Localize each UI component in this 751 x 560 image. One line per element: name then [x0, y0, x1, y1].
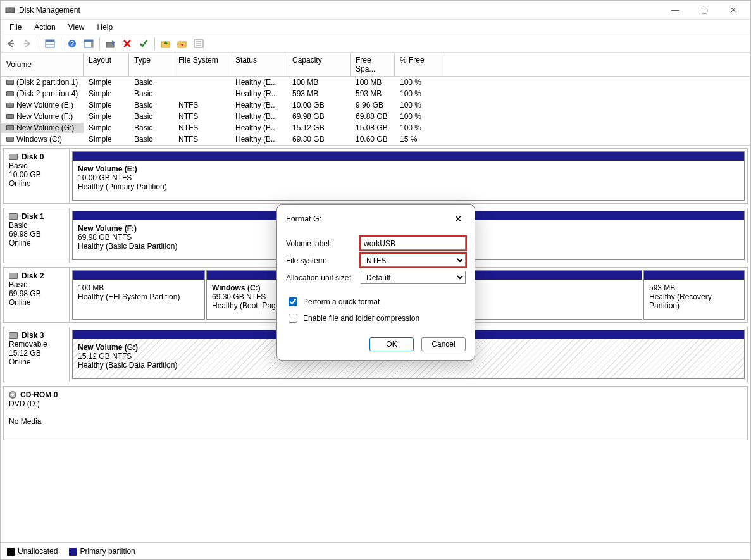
volume-list: Volume Layout Type File System Status Ca… [1, 53, 750, 146]
hard-disk-icon [9, 273, 18, 279]
disk-2-partition-0[interactable]: 100 MBHealthy (EFI System Partition) [72, 270, 205, 320]
volume-label-label: Volume label: [286, 239, 361, 248]
toolbar-folder-up-icon[interactable] [159, 37, 173, 51]
titlebar: Disk Management — ▢ ✕ [1, 1, 750, 20]
toolbar: ? [1, 35, 750, 53]
svg-rect-2 [7, 11, 13, 11]
volume-icon [6, 80, 14, 85]
disk-3-label: Disk 3 Removable 15.12 GB Online [4, 327, 70, 382]
svg-rect-11 [84, 40, 93, 42]
allocation-size-label: Allocation unit size: [286, 273, 361, 282]
volume-icon [6, 137, 14, 142]
legend-primary: Primary partition [69, 547, 135, 556]
legend-unallocated: Unallocated [7, 547, 58, 556]
col-type[interactable]: Type [129, 53, 173, 76]
menu-view[interactable]: View [63, 22, 90, 33]
disk-2-label: Disk 2 Basic 69.98 GB Online [4, 268, 70, 322]
volume-label-input[interactable] [361, 237, 466, 250]
svg-rect-6 [46, 40, 54, 42]
back-button[interactable] [4, 37, 18, 51]
cancel-button[interactable]: Cancel [421, 337, 466, 351]
col-capacity[interactable]: Capacity [287, 53, 351, 76]
cdrom-icon [9, 391, 16, 399]
col-free[interactable]: Free Spa... [351, 53, 395, 76]
toolbar-check-icon[interactable] [137, 37, 151, 51]
minimize-button[interactable]: — [661, 1, 690, 20]
svg-rect-1 [7, 9, 13, 9]
toolbar-properties-icon[interactable] [192, 37, 206, 51]
dialog-title: Format G: [286, 215, 321, 223]
ok-button[interactable]: OK [369, 337, 414, 351]
toolbar-views-icon[interactable] [43, 37, 57, 51]
cdrom-label: CD-ROM 0 DVD (D:) No Media [4, 387, 747, 440]
hard-disk-icon [9, 332, 18, 339]
volume-icon [6, 103, 14, 108]
disk-2-partition-2[interactable]: 593 MBHealthy (Recovery Partition) [643, 270, 745, 320]
close-window-button[interactable]: ✕ [719, 1, 748, 20]
svg-rect-0 [6, 8, 15, 13]
col-percent-free[interactable]: % Free [395, 53, 445, 76]
disk-1-label: Disk 1 Basic 69.98 GB Online [4, 208, 70, 263]
toolbar-panel-icon[interactable] [82, 37, 96, 51]
col-status[interactable]: Status [230, 53, 287, 76]
compression-label: Enable file and folder compression [303, 314, 419, 323]
hard-disk-icon [9, 213, 18, 220]
volume-row[interactable]: (Disk 2 partition 1)SimpleBasicHealthy (… [1, 77, 750, 88]
col-volume[interactable]: Volume [1, 53, 84, 76]
file-system-label: File system: [286, 256, 361, 265]
allocation-size-select[interactable]: Default [361, 271, 466, 284]
toolbar-action-icon[interactable] [104, 37, 118, 51]
quick-format-label: Perform a quick format [303, 297, 380, 306]
quick-format-checkbox[interactable] [289, 297, 297, 306]
format-dialog: Format G: ✕ Volume label: File system: N… [276, 204, 475, 361]
forward-button[interactable] [21, 37, 35, 51]
volume-icon [6, 91, 14, 96]
delete-icon[interactable] [120, 37, 134, 51]
svg-rect-3 [8, 43, 14, 44]
maximize-button[interactable]: ▢ [690, 1, 719, 20]
hard-disk-icon [9, 154, 18, 160]
volume-row[interactable]: New Volume (F:)SimpleBasicNTFSHealthy (B… [1, 111, 750, 122]
menu-help[interactable]: Help [92, 22, 118, 33]
app-title: Disk Management [19, 6, 80, 15]
toolbar-folder-down-icon[interactable] [175, 37, 189, 51]
volume-row[interactable]: Windows (C:)SimpleBasicNTFSHealthy (B...… [1, 134, 750, 145]
volume-row[interactable]: New Volume (G:)SimpleBasicNTFSHealthy (B… [1, 122, 750, 134]
disk-0-label: Disk 0 Basic 10.00 GB Online [4, 149, 70, 203]
legend: Unallocated Primary partition [1, 542, 750, 559]
svg-text:?: ? [70, 40, 74, 47]
menu-action[interactable]: Action [29, 22, 60, 33]
volume-row[interactable]: New Volume (E:)SimpleBasicNTFSHealthy (B… [1, 99, 750, 111]
menu-file[interactable]: File [4, 22, 27, 33]
col-layout[interactable]: Layout [84, 53, 129, 76]
app-icon [5, 5, 15, 15]
disk-0-partition-0[interactable]: New Volume (E:)10.00 GB NTFSHealthy (Pri… [72, 151, 745, 201]
volume-row[interactable]: (Disk 2 partition 4)SimpleBasicHealthy (… [1, 88, 750, 99]
volume-list-header: Volume Layout Type File System Status Ca… [1, 53, 750, 77]
col-filesystem[interactable]: File System [173, 53, 230, 76]
svg-rect-4 [24, 43, 30, 44]
help-icon[interactable]: ? [65, 37, 79, 51]
file-system-select[interactable]: NTFS [361, 254, 466, 267]
volume-icon [6, 114, 14, 119]
volume-icon [6, 125, 14, 130]
disk-0-row[interactable]: Disk 0 Basic 10.00 GB Online New Volume … [3, 148, 748, 204]
menubar: File Action View Help [1, 20, 750, 35]
cdrom-row[interactable]: CD-ROM 0 DVD (D:) No Media [3, 386, 748, 440]
compression-checkbox[interactable] [289, 314, 297, 323]
svg-rect-12 [91, 42, 93, 47]
dialog-close-button[interactable]: ✕ [450, 211, 466, 227]
disk-management-window: Disk Management — ▢ ✕ File Action View H… [0, 0, 751, 560]
